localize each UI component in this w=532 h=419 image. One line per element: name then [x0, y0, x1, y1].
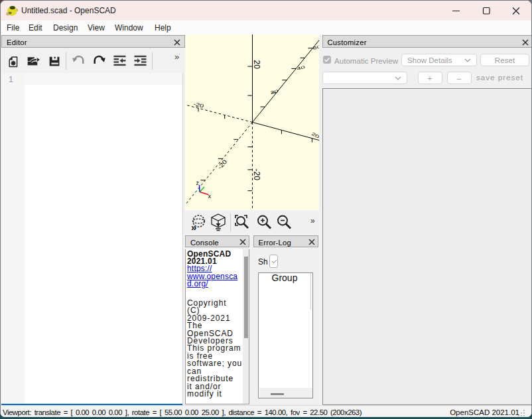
svg-text:-20: -20: [252, 169, 261, 181]
svg-text:40: 40: [297, 65, 306, 72]
svg-text:20: 20: [252, 60, 261, 70]
svg-text:z: z: [196, 180, 200, 186]
svg-text:»: »: [191, 221, 196, 231]
svg-text:20: 20: [270, 89, 279, 95]
svg-text:x: x: [208, 193, 212, 200]
svg-text:-20: -20: [193, 101, 205, 109]
svg-text:60: 60: [312, 44, 319, 51]
svg-text:-20: -20: [216, 158, 228, 170]
